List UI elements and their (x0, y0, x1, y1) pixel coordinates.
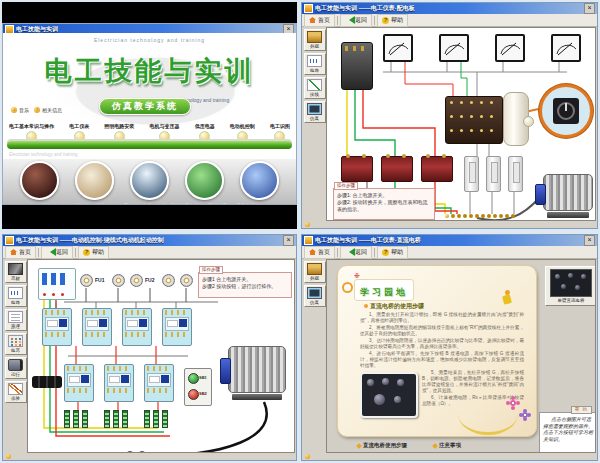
back-button[interactable]: 返回 (340, 246, 372, 259)
photo-lamp[interactable] (130, 161, 169, 200)
menu-item-lighting[interactable]: 照明电路安装 (104, 123, 134, 142)
sidebar-troubleshoot[interactable]: 排故 (5, 381, 27, 403)
photo-band: 研制：大连海事大学信息工程学院信息教育技术研究所 出版：高等教育出版社 高等教育… (3, 159, 296, 204)
stop-button[interactable] (188, 389, 199, 400)
divider (337, 248, 338, 257)
contactor[interactable] (122, 308, 152, 346)
subtitle-badge: 仿真教学系统 (99, 95, 191, 115)
link-notes[interactable]: 注意事项 (433, 442, 461, 449)
relay-3[interactable] (508, 156, 523, 192)
contactor[interactable] (162, 308, 192, 346)
relay-1[interactable] (464, 156, 479, 192)
contactor[interactable] (144, 364, 174, 402)
help-button[interactable]: 帮助 (78, 246, 109, 259)
back-arrow-icon (46, 248, 56, 256)
rotary-knob[interactable] (553, 98, 579, 124)
contactor[interactable] (104, 364, 134, 402)
flower-icon (522, 412, 528, 418)
analog-meter-3[interactable] (495, 34, 525, 62)
cam-switch[interactable] (445, 96, 503, 144)
back-button[interactable]: 返回 (41, 246, 73, 259)
photo-meter[interactable] (75, 161, 114, 200)
fuse[interactable] (162, 274, 175, 287)
statusbar (3, 453, 296, 460)
help-button[interactable]: 帮助 (377, 246, 408, 259)
circuit-breaker[interactable] (38, 268, 76, 300)
sidebar-wiring[interactable]: 接线 (304, 77, 326, 99)
home-button[interactable]: 首页 (5, 246, 36, 259)
heading-card: 学习园地 (354, 279, 414, 301)
contactor[interactable] (42, 308, 72, 346)
info-button[interactable]: i 相关信息 (34, 107, 62, 113)
music-icon[interactable] (305, 454, 310, 459)
resistor-bank[interactable] (64, 410, 91, 432)
tools-icon (8, 383, 23, 395)
relay-2[interactable] (486, 156, 501, 192)
sidebar-appearance[interactable]: 外观 (304, 29, 326, 51)
photo-motor[interactable] (185, 161, 224, 200)
menu-item-basics[interactable]: 电工基本常识与操作 (9, 123, 54, 142)
menu-item-diagrams[interactable]: 电工识图 (270, 123, 290, 142)
photo-pliers[interactable] (20, 161, 59, 200)
meter-panel-window: 电工技能与实训 ——电工仪表·配电板 × 首页 返回 帮助 外观 电路 接线 仿… (301, 2, 598, 229)
start-button[interactable] (188, 373, 199, 384)
ribbon-decoration (458, 414, 518, 435)
fuse[interactable] (112, 274, 125, 287)
current-transformer-3[interactable] (421, 156, 453, 182)
resistor-bank[interactable] (144, 410, 171, 432)
sidebar-simulation[interactable]: 仿真 (304, 285, 326, 307)
menu-item-instruments[interactable]: 电工仪表 (69, 123, 89, 142)
bridge-thumbnail-button[interactable]: 单臂直流电桥 (545, 266, 596, 306)
divider (38, 248, 39, 257)
music-icon[interactable] (6, 454, 11, 459)
circuit-breaker[interactable] (341, 42, 373, 90)
resistor-bank[interactable] (104, 410, 131, 432)
sidebar-equipment[interactable]: 器材 (5, 261, 27, 283)
sidebar-circuit[interactable]: 电路 (304, 53, 326, 75)
menu-item-lowvoltage[interactable]: 低压电器 (195, 123, 215, 142)
sidebar-appearance[interactable]: 外观 (304, 261, 326, 283)
contactor[interactable] (82, 308, 112, 346)
splash-window: 电工技能与实训 × Electrician technology and tra… (2, 23, 297, 205)
close-icon[interactable]: × (283, 235, 294, 246)
home-icon (10, 249, 17, 255)
menu-item-motorcontrol[interactable]: 电动机控制 (230, 123, 255, 142)
fuse[interactable] (130, 274, 143, 287)
close-icon[interactable]: × (584, 235, 595, 246)
link-usage-steps[interactable]: 直流电桥使用步骤 (357, 442, 407, 449)
contactor[interactable] (64, 364, 94, 402)
help-tab: 帮 助 (571, 406, 592, 414)
menu-item-machines[interactable]: 电机与变压器 (149, 123, 179, 142)
close-icon[interactable]: × (584, 3, 595, 14)
circuit-icon (307, 55, 322, 67)
motor[interactable] (535, 174, 593, 218)
reactor[interactable] (32, 376, 62, 388)
home-button[interactable]: 首页 (304, 246, 335, 259)
wiring-icon (307, 79, 322, 91)
fuse[interactable] (180, 274, 193, 287)
back-button[interactable]: 返回 (340, 14, 372, 27)
motor[interactable] (220, 346, 286, 400)
current-transformer-2[interactable] (381, 156, 413, 182)
photo-components[interactable] (240, 161, 279, 200)
sidebar-devices[interactable]: 电器 (5, 333, 27, 355)
analog-meter-4[interactable] (551, 34, 581, 62)
sidebar-run[interactable]: 运行 (5, 357, 27, 379)
terminal-strip[interactable] (445, 214, 449, 218)
current-transformer-1[interactable] (341, 156, 373, 182)
home-button[interactable]: 首页 (304, 14, 335, 27)
analog-meter-1[interactable] (383, 34, 413, 62)
steps-text: 1、测量前先打开检流计锁扣，即将 G 接线柱处的金属锁片由“内接”拨到“外接”，… (360, 312, 524, 428)
start-label: SB1 (199, 375, 207, 380)
sidebar-circuit[interactable]: 电路 (5, 285, 27, 307)
help-button[interactable]: 帮助 (377, 14, 408, 27)
titlebar: 电工技能与实训 ——电工仪表·直流电桥 × (302, 235, 597, 246)
window-title: 电工技能与实训 ——电工仪表·直流电桥 (315, 236, 421, 245)
music-icon[interactable] (305, 222, 310, 227)
music-button[interactable]: ♪ 音乐 (11, 107, 29, 113)
analog-meter-2[interactable] (439, 34, 469, 62)
fuse[interactable] (80, 274, 93, 287)
bullet-icon (364, 304, 368, 308)
sidebar-principle[interactable]: 原理 (5, 309, 27, 331)
sidebar-simulation[interactable]: 仿真 (304, 101, 326, 123)
